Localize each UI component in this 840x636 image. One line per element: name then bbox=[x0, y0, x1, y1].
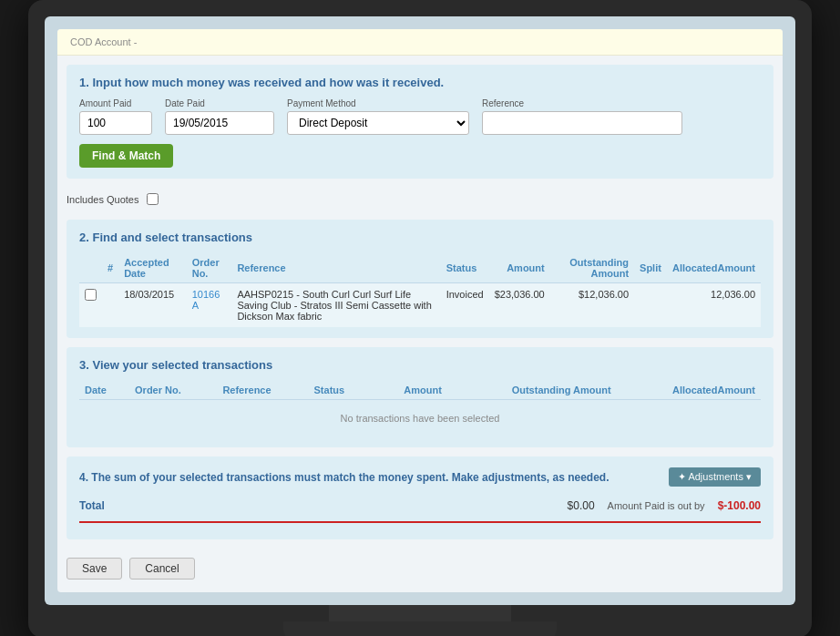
s3-col-amount: Amount bbox=[373, 381, 447, 400]
row-checkbox-cell[interactable] bbox=[79, 283, 102, 328]
payment-method-select[interactable]: Direct Deposit Cash Cheque Credit Card E… bbox=[287, 111, 469, 135]
section2: 2. Find and select transactions # Accept… bbox=[67, 220, 773, 338]
section1-form-row: Amount Paid Date Paid Payment Method Dir… bbox=[79, 98, 761, 135]
reference-group: Reference bbox=[482, 98, 682, 135]
reference-label: Reference bbox=[482, 98, 682, 108]
s3-col-outstanding-amount: Outstanding Amount bbox=[447, 381, 617, 400]
section3-title: 3. View your selected transactions bbox=[79, 358, 761, 372]
date-paid-group: Date Paid bbox=[165, 98, 274, 135]
table-row: 18/03/2015 10166 A AAHSP0215 - South Cur… bbox=[79, 283, 761, 328]
monitor-stand-top bbox=[329, 605, 511, 621]
find-match-button[interactable]: Find & Match bbox=[79, 144, 173, 168]
total-label: Total bbox=[79, 499, 105, 512]
col-order-no: Order No. bbox=[187, 253, 232, 283]
amount-paid-group: Amount Paid bbox=[79, 98, 152, 135]
includes-quotes-checkbox[interactable] bbox=[147, 193, 159, 205]
bottom-buttons: Save Cancel bbox=[57, 549, 783, 592]
col-checkbox bbox=[79, 253, 102, 283]
order-no-link[interactable]: 10166 A bbox=[192, 289, 220, 311]
no-transactions-message: No transactions have been selected bbox=[79, 400, 761, 437]
total-row: Total $0.00 Amount Paid is out by $-100.… bbox=[79, 496, 761, 516]
row-order-no[interactable]: 10166 A bbox=[187, 283, 232, 328]
adjustments-button[interactable]: ✦ Adjustments ▾ bbox=[669, 467, 761, 487]
out-by-label: Amount Paid is out by bbox=[608, 500, 705, 511]
s3-col-status: Status bbox=[309, 381, 373, 400]
section1-title: 1. Input how much money was received and… bbox=[79, 76, 761, 89]
out-by-amount: $-100.00 bbox=[718, 499, 761, 512]
row-accepted-date: 18/03/2015 bbox=[118, 283, 187, 328]
section3: 3. View your selected transactions Date … bbox=[67, 347, 773, 447]
includes-quotes-row: Includes Quotes bbox=[57, 188, 783, 210]
selected-transactions-table: Date Order No. Reference Status Amount O… bbox=[79, 381, 761, 436]
s3-col-allocated-amount: AllocatedAmount bbox=[617, 381, 761, 400]
date-paid-input[interactable] bbox=[165, 111, 274, 135]
col-accepted-date: Accepted Date bbox=[118, 253, 187, 283]
row-reference: AAHSP0215 - South Curl Curl Surf Life Sa… bbox=[231, 283, 440, 328]
row-outstanding-amount: $12,036.00 bbox=[550, 283, 634, 328]
row-status: Invoiced bbox=[441, 283, 489, 328]
col-status: Status bbox=[441, 253, 489, 283]
col-amount: Amount bbox=[489, 253, 550, 283]
total-amount: $0.00 bbox=[568, 499, 595, 512]
amount-paid-input[interactable] bbox=[79, 111, 152, 135]
includes-quotes-label: Includes Quotes bbox=[67, 194, 139, 205]
section4-header: 4. The sum of your selected transactions… bbox=[79, 467, 761, 487]
row-index bbox=[102, 283, 118, 328]
row-split bbox=[634, 283, 667, 328]
total-divider bbox=[79, 521, 761, 523]
date-paid-label: Date Paid bbox=[165, 98, 274, 108]
section4-title: 4. The sum of your selected transactions… bbox=[79, 471, 610, 484]
payment-method-label: Payment Method bbox=[287, 98, 469, 108]
row-amount: $23,036.00 bbox=[489, 283, 550, 328]
section4: 4. The sum of your selected transactions… bbox=[67, 456, 773, 539]
cancel-button[interactable]: Cancel bbox=[129, 558, 194, 580]
col-split: Split bbox=[634, 253, 667, 283]
col-allocated-amount: AllocatedAmount bbox=[667, 253, 761, 283]
col-hash: # bbox=[102, 253, 118, 283]
s3-col-date: Date bbox=[79, 381, 129, 400]
section1: 1. Input how much money was received and… bbox=[67, 65, 773, 179]
row-checkbox[interactable] bbox=[85, 289, 97, 301]
transactions-table: # Accepted Date Order No. Reference Stat… bbox=[79, 253, 761, 327]
s3-col-order-no: Order No. bbox=[129, 381, 217, 400]
monitor-stand-base bbox=[283, 621, 557, 636]
col-outstanding-amount: Outstanding Amount bbox=[550, 253, 634, 283]
reference-input[interactable] bbox=[482, 111, 682, 135]
save-button[interactable]: Save bbox=[67, 558, 122, 580]
payment-method-group: Payment Method Direct Deposit Cash Chequ… bbox=[287, 98, 469, 135]
cod-header: COD Account - bbox=[57, 29, 783, 56]
col-reference: Reference bbox=[231, 253, 440, 283]
s3-col-reference: Reference bbox=[217, 381, 308, 400]
row-allocated-amount: 12,036.00 bbox=[667, 283, 761, 328]
amount-paid-label: Amount Paid bbox=[79, 98, 152, 108]
section2-title: 2. Find and select transactions bbox=[79, 231, 761, 244]
total-right: $0.00 Amount Paid is out by $-100.00 bbox=[568, 499, 761, 512]
